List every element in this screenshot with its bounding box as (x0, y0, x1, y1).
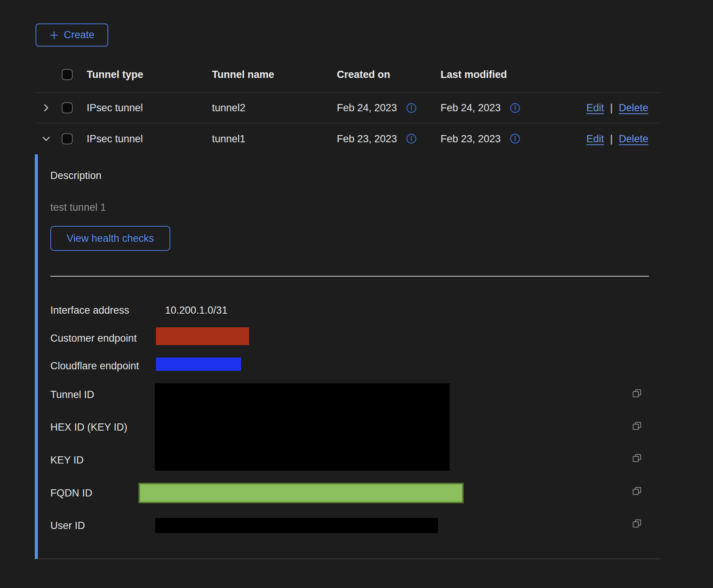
table-row: IPsec tunnel tunnel1 Feb 23, 2023 Feb 23… (36, 123, 660, 154)
expand-row-button[interactable] (41, 103, 51, 113)
cloudflare-endpoint-redacted-value (156, 358, 241, 371)
key-id-label: KEY ID (50, 454, 84, 466)
column-header-last-modified: Last modified (441, 69, 507, 81)
actions-separator: | (610, 102, 613, 114)
user-id-redacted-value (155, 518, 438, 533)
cloudflare-endpoint-label: Cloudflare endpoint (50, 360, 139, 372)
select-row-checkbox[interactable] (62, 103, 73, 114)
plus-icon (49, 30, 59, 40)
row-actions: Edit | Delete (586, 102, 648, 114)
description-label: Description (50, 170, 101, 182)
chevron-right-icon (41, 103, 51, 113)
copy-hex-id-button[interactable] (631, 420, 643, 431)
ids-redacted-value (155, 383, 450, 471)
copy-fqdn-id-button[interactable] (631, 485, 643, 496)
fqdn-id-label: FQDN ID (50, 487, 92, 499)
copy-key-id-button[interactable] (631, 452, 643, 464)
copy-user-id-button[interactable] (631, 518, 643, 529)
delete-link[interactable]: Delete (619, 133, 648, 145)
info-icon[interactable] (406, 134, 417, 144)
hex-id-label: HEX ID (KEY ID) (50, 421, 128, 433)
tunnels-table: Tunnel type Tunnel name Created on Last … (36, 57, 660, 154)
user-id-label: User ID (50, 520, 85, 532)
select-all-checkbox[interactable] (62, 69, 73, 80)
copy-icon (631, 387, 643, 399)
actions-separator: | (610, 133, 613, 145)
copy-icon (631, 518, 643, 529)
created-on-date: Feb 24, 2023 (337, 102, 397, 114)
tunnel-details-panel: Description test tunnel 1 View health ch… (35, 154, 660, 559)
info-icon[interactable] (406, 103, 417, 113)
interface-address-label: Interface address (50, 304, 129, 316)
collapse-row-button[interactable] (41, 134, 51, 144)
last-modified-cell: Feb 24, 2023 (441, 102, 520, 114)
tunnel-name-cell: tunnel1 (212, 133, 246, 145)
column-header-tunnel-name: Tunnel name (212, 69, 274, 81)
delete-link[interactable]: Delete (619, 102, 648, 114)
tunnel-type-cell: IPsec tunnel (87, 133, 143, 145)
created-on-cell: Feb 24, 2023 (337, 102, 417, 114)
chevron-down-icon (41, 134, 51, 144)
select-row-checkbox[interactable] (62, 133, 73, 144)
tunnel-type-cell: IPsec tunnel (87, 102, 143, 114)
tunnel-id-label: Tunnel ID (50, 389, 94, 401)
row-actions: Edit | Delete (586, 133, 648, 145)
copy-icon (631, 485, 643, 496)
copy-icon (631, 420, 643, 431)
last-modified-cell: Feb 23, 2023 (441, 133, 520, 145)
info-icon[interactable] (510, 134, 520, 144)
section-divider (50, 276, 649, 277)
column-header-tunnel-type: Tunnel type (87, 69, 143, 81)
copy-icon (631, 452, 643, 464)
edit-link[interactable]: Edit (586, 102, 604, 114)
tunnels-page: Create Tunnel type Tunnel name Created o… (0, 0, 713, 588)
created-on-date: Feb 23, 2023 (337, 133, 397, 145)
interface-address-value: 10.200.1.0/31 (165, 304, 227, 316)
last-modified-date: Feb 23, 2023 (441, 133, 501, 145)
copy-tunnel-id-button[interactable] (631, 387, 643, 399)
view-health-checks-button[interactable]: View health checks (50, 226, 170, 251)
fqdn-id-redacted-value (139, 483, 464, 503)
column-header-created-on: Created on (337, 69, 390, 81)
customer-endpoint-redacted-value (156, 327, 249, 345)
edit-link[interactable]: Edit (586, 133, 604, 145)
create-button[interactable]: Create (36, 23, 108, 47)
description-value: test tunnel 1 (50, 201, 106, 213)
last-modified-date: Feb 24, 2023 (441, 102, 501, 114)
table-header: Tunnel type Tunnel name Created on Last … (36, 57, 660, 93)
table-row: IPsec tunnel tunnel2 Feb 24, 2023 Feb 24… (36, 93, 660, 123)
info-icon[interactable] (510, 103, 520, 113)
create-button-label: Create (64, 29, 94, 41)
customer-endpoint-label: Customer endpoint (50, 332, 137, 344)
created-on-cell: Feb 23, 2023 (337, 133, 417, 145)
tunnel-name-cell: tunnel2 (212, 102, 246, 114)
